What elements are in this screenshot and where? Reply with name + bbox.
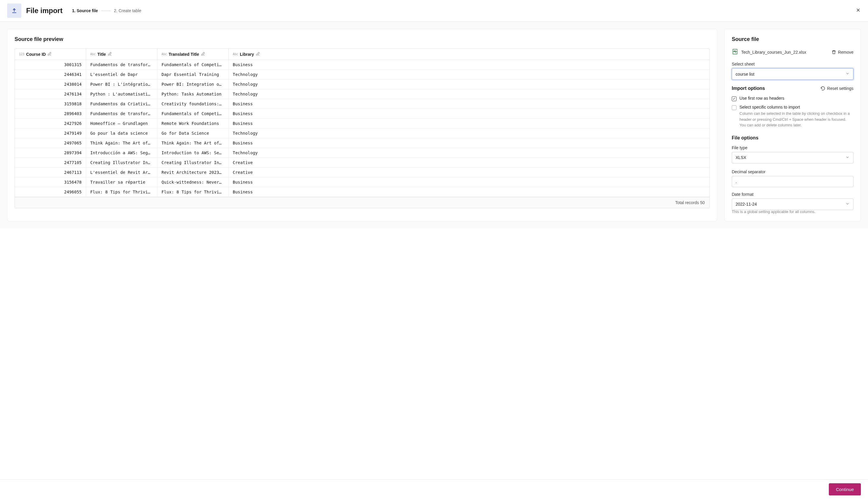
- table-cell: Fundamentals of Competi…: [157, 109, 229, 118]
- column-name: Translated Title: [169, 52, 199, 57]
- table-cell: Homeoffice – Grundlagen: [86, 119, 157, 128]
- table-row[interactable]: 2496055Flux: 8 Tips for Thrivi…Flux: 8 T…: [15, 187, 710, 197]
- remove-label: Remove: [838, 50, 854, 54]
- table-row[interactable]: 2467113L'essentiel de Revit Ar…Revit Arc…: [15, 168, 710, 178]
- chevron-down-icon: [845, 72, 849, 76]
- date-format-help: This is a global setting applicable for …: [732, 209, 854, 214]
- table-cell: Fundamentos de transfor…: [86, 109, 157, 118]
- edit-icon[interactable]: [47, 52, 52, 57]
- sheet-select-value: course list: [736, 72, 754, 76]
- table-cell: Dapr Essential Training: [157, 70, 229, 79]
- table-cell: Technology: [229, 148, 710, 158]
- table-cell: 3156478: [15, 178, 86, 187]
- column-name: Title: [97, 52, 106, 57]
- table-row[interactable]: 2427926Homeoffice – GrundlagenRemote Wor…: [15, 119, 710, 129]
- table-row[interactable]: 2476134Python : L'automatisati…Python: T…: [15, 89, 710, 99]
- column-header[interactable]: AbcTranslated Title: [157, 49, 229, 60]
- edit-icon[interactable]: [108, 52, 112, 57]
- column-header[interactable]: 123Course ID: [15, 49, 86, 60]
- table-cell: Power BI : L'intégratio…: [86, 80, 157, 89]
- table-footer: Total records 50: [15, 197, 710, 208]
- use-first-row-checkbox[interactable]: [732, 96, 737, 101]
- table-cell: Python : L'automatisati…: [86, 89, 157, 99]
- column-name: Course ID: [26, 52, 46, 57]
- preview-panel: Source file preview 123Course IDAbcTitle…: [7, 29, 717, 221]
- table-cell: Revit Architecture 2023…: [157, 168, 229, 177]
- source-file-name: Tech_Library_courses_Jun_22.xlsx: [741, 50, 829, 54]
- table-cell: Technology: [229, 89, 710, 99]
- reset-icon: [821, 86, 825, 91]
- date-format-label: Date format: [732, 192, 854, 197]
- preview-title: Source file preview: [14, 36, 710, 42]
- file-type-select[interactable]: XLSX: [732, 152, 854, 163]
- table-cell: Business: [229, 178, 710, 187]
- table-cell: Creating Illustrator In…: [157, 158, 229, 167]
- total-records-label: Total records: [675, 200, 699, 205]
- page-title: File import: [26, 7, 63, 15]
- step-create-table[interactable]: 2. Create table: [114, 8, 141, 13]
- table-cell: Flux: 8 Tips for Thrivi…: [157, 187, 229, 197]
- table-row[interactable]: 3001315Fundamentos de transfor…Fundament…: [15, 60, 710, 70]
- table-cell: 2438014: [15, 80, 86, 89]
- type-badge: 123: [19, 52, 24, 56]
- table-cell: Fundamentos de transfor…: [86, 60, 157, 70]
- xlsx-icon: [732, 48, 738, 56]
- table-cell: Flux: 8 Tips for Thrivi…: [86, 187, 157, 197]
- table-cell: Business: [229, 109, 710, 118]
- table-cell: 2427926: [15, 119, 86, 128]
- sheet-select[interactable]: course list: [732, 68, 854, 80]
- table-cell: Think Again: The Art of…: [86, 138, 157, 148]
- table-cell: Creative: [229, 168, 710, 177]
- chevron-down-icon: [845, 202, 849, 207]
- remove-file-button[interactable]: Remove: [832, 50, 854, 54]
- table-cell: 2467113: [15, 168, 86, 177]
- wizard-steps: 1. Source file 2. Create table: [72, 8, 141, 13]
- table-cell: Business: [229, 99, 710, 109]
- table-row[interactable]: 2497065Think Again: The Art of…Think Aga…: [15, 138, 710, 148]
- preview-table: 123Course IDAbcTitleAbcTranslated TitleA…: [14, 48, 710, 208]
- type-badge: Abc: [162, 52, 167, 56]
- table-cell: L'essentiel de Dapr: [86, 70, 157, 79]
- date-format-select[interactable]: 2022-11-24: [732, 198, 854, 210]
- table-row[interactable]: 2897394Introducción a AWS: Seg…Introduct…: [15, 148, 710, 158]
- select-columns-checkbox[interactable]: [732, 105, 737, 110]
- table-cell: Introduction to AWS: Se…: [157, 148, 229, 158]
- decimal-separator-input[interactable]: [732, 176, 854, 187]
- table-cell: Business: [229, 138, 710, 148]
- edit-icon[interactable]: [201, 52, 205, 57]
- table-row[interactable]: 2446341L'essentiel de DaprDapr Essential…: [15, 70, 710, 80]
- step-source-file[interactable]: 1. Source file: [72, 8, 98, 13]
- table-row[interactable]: 2896403Fundamentos de transfor…Fundament…: [15, 109, 710, 119]
- trash-icon: [832, 50, 836, 54]
- reset-settings-button[interactable]: Reset settings: [821, 86, 854, 91]
- table-cell: Business: [229, 119, 710, 128]
- table-header: 123Course IDAbcTitleAbcTranslated TitleA…: [15, 49, 710, 60]
- file-type-value: XLSX: [736, 155, 746, 160]
- table-cell: 2497065: [15, 138, 86, 148]
- table-cell: Power BI: Integration o…: [157, 80, 229, 89]
- table-cell: 2897394: [15, 148, 86, 158]
- table-cell: Python: Tasks Automation: [157, 89, 229, 99]
- use-first-row-label: Use first row as headers: [739, 96, 784, 100]
- close-button[interactable]: [856, 8, 861, 14]
- table-cell: 2477105: [15, 158, 86, 167]
- table-row[interactable]: 2438014Power BI : L'intégratio…Power BI:…: [15, 80, 710, 89]
- import-options-title: Import options: [732, 86, 765, 91]
- chevron-down-icon: [845, 155, 849, 160]
- table-row[interactable]: 3156478Travailler sa répartieQuick-witte…: [15, 178, 710, 187]
- table-cell: Creating Illustrator In…: [86, 158, 157, 167]
- table-cell: Business: [229, 60, 710, 70]
- column-header[interactable]: AbcLibrary: [229, 49, 710, 60]
- table-cell: Fundamentos da Criativi…: [86, 99, 157, 109]
- decimal-separator-label: Decimal separator: [732, 169, 854, 174]
- edit-icon[interactable]: [256, 52, 260, 57]
- table-cell: Remote Work Foundations: [157, 119, 229, 128]
- table-row[interactable]: 2479149Go pour la data scienceGo for Dat…: [15, 129, 710, 138]
- table-cell: Travailler sa répartie: [86, 178, 157, 187]
- table-cell: Technology: [229, 129, 710, 138]
- table-cell: 2479149: [15, 129, 86, 138]
- source-file-title: Source file: [732, 36, 854, 42]
- table-row[interactable]: 2477105Creating Illustrator In…Creating …: [15, 158, 710, 168]
- table-row[interactable]: 3159818Fundamentos da Criativi…Creativit…: [15, 99, 710, 109]
- column-header[interactable]: AbcTitle: [86, 49, 157, 60]
